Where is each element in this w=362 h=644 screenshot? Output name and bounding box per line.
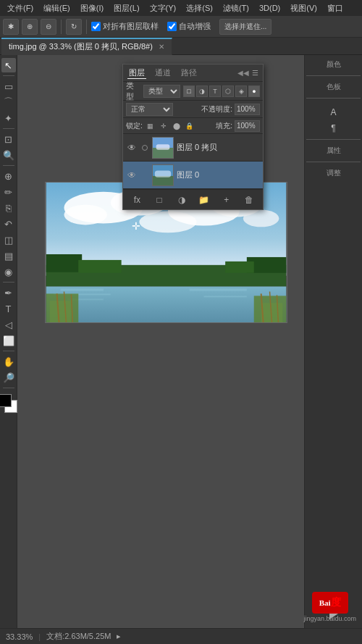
tool-eyedropper[interactable]: 🔍 — [1, 148, 16, 162]
layer-vis-0[interactable]: 👁 — [126, 142, 138, 154]
right-title-swatches[interactable]: 色板 — [306, 80, 361, 93]
lock-label: 锁定: — [126, 121, 143, 131]
toolbar-checkbox-1[interactable]: 对折有图层取样 — [91, 21, 159, 32]
layer-item-1[interactable]: 👁 图层 0 — [123, 162, 263, 189]
layer-link-1 — [140, 171, 149, 180]
right-title-props[interactable]: 属性 — [306, 144, 361, 157]
select-mask-button[interactable]: 选择并遮住... — [219, 19, 272, 35]
tab-main[interactable]: timg.jpg @ 33.3% (图层 0 拷贝, RGB/8#) ✕ — [1, 38, 172, 55]
panel-tab-layers[interactable]: 图层 — [127, 67, 146, 79]
toolbar-btn-3[interactable]: ⊖ — [41, 19, 56, 35]
tool-blur[interactable]: ◉ — [1, 264, 16, 279]
menu-text[interactable]: 文字(Y) — [146, 1, 181, 15]
tool-stamp[interactable]: ⎘ — [1, 201, 16, 215]
menu-window[interactable]: 窗口 — [323, 1, 348, 15]
tool-pen[interactable]: ✒ — [1, 285, 16, 300]
right-title-color[interactable]: 颜色 — [306, 58, 361, 71]
layer-adjust-btn[interactable]: ◑ — [174, 193, 189, 207]
filter-select[interactable]: 类型 — [143, 85, 180, 98]
tool-magic-wand[interactable]: ✦ — [1, 111, 16, 125]
menu-view[interactable]: 视图(V) — [286, 1, 321, 15]
filter-icon-pixel[interactable]: □ — [183, 85, 195, 97]
toolbar-btn-2[interactable]: ⊕ — [22, 19, 38, 35]
toolbar-btn-4[interactable]: ↻ — [66, 19, 82, 35]
status-arrow[interactable]: ▸ — [117, 632, 121, 641]
panel-tab-channels[interactable]: 通道 — [153, 67, 172, 79]
panel-collapse[interactable]: ◀◀ — [237, 69, 249, 77]
lock-icon-all[interactable]: 🔒 — [185, 121, 195, 131]
right-tool-text[interactable]: A — [327, 106, 339, 119]
svg-rect-2 — [156, 144, 170, 149]
filter-icon-smart[interactable]: ◈ — [235, 85, 247, 97]
toolbar-btn-1[interactable]: ✱ — [3, 19, 19, 35]
svg-rect-26 — [50, 301, 72, 322]
filter-label: 类型 — [126, 80, 140, 102]
layer-delete-btn[interactable]: 🗑 — [242, 193, 256, 207]
svg-rect-4 — [153, 175, 173, 185]
menu-layer[interactable]: 图层(L) — [109, 1, 143, 15]
tool-text[interactable]: T — [1, 301, 16, 316]
tool-zoom[interactable]: 🔎 — [1, 370, 16, 385]
tool-sep-1 — [3, 75, 14, 76]
filter-icon-text[interactable]: T — [209, 85, 221, 97]
opacity-input[interactable] — [235, 104, 260, 115]
menu-image[interactable]: 图像(I) — [76, 1, 108, 15]
tool-healing[interactable]: ⊕ — [1, 169, 16, 183]
watermark-text: jingyan.baidu.com — [303, 615, 356, 622]
panel-tab-paths[interactable]: 路径 — [180, 67, 198, 79]
layer-vis-1[interactable]: 👁 — [126, 170, 138, 181]
tool-hand[interactable]: ✋ — [1, 354, 16, 369]
tool-move[interactable]: ↖ — [1, 58, 16, 72]
tool-brush[interactable]: ✏ — [1, 185, 16, 199]
fg-color-swatch[interactable] — [0, 394, 12, 407]
fill-input[interactable] — [235, 120, 260, 132]
tool-marquee[interactable]: ▭ — [1, 79, 16, 93]
right-tool-para[interactable]: ¶ — [328, 122, 338, 135]
tab-close[interactable]: ✕ — [159, 43, 164, 51]
layers-panel: 图层 通道 路径 ◀◀ ☰ 类型 类型 □ ◑ T — [122, 64, 264, 210]
layer-mask-btn[interactable]: □ — [152, 193, 167, 207]
layer-group-btn[interactable]: 📁 — [197, 193, 211, 207]
tool-eraser[interactable]: ◫ — [1, 233, 16, 247]
tool-path-select[interactable]: ◁ — [1, 317, 16, 332]
svg-rect-16 — [78, 260, 121, 273]
tool-sep-5 — [3, 351, 14, 351]
tool-gradient[interactable]: ▤ — [1, 248, 16, 263]
lock-icon-move[interactable]: ✛ — [159, 121, 169, 131]
panel-menu[interactable]: ☰ — [252, 69, 258, 77]
tool-crop[interactable]: ⊡ — [1, 132, 16, 146]
filter-icon-on[interactable]: ● — [248, 85, 260, 97]
menu-select[interactable]: 选择(S) — [182, 1, 217, 15]
checkbox-auto-enhance[interactable] — [167, 22, 177, 31]
tool-sep-2 — [3, 128, 14, 129]
menu-3d[interactable]: 3D(D) — [255, 2, 285, 14]
right-sep-2 — [306, 98, 361, 99]
text-icon: A — [330, 107, 336, 117]
tool-lasso[interactable]: ⌒ — [1, 95, 16, 109]
tab-bar: timg.jpg @ 33.3% (图层 0 拷贝, RGB/8#) ✕ — [0, 38, 362, 55]
checkbox-layers[interactable] — [91, 22, 101, 31]
layer-name-0: 图层 0 拷贝 — [177, 142, 260, 153]
lock-icon-art[interactable]: ⬤ — [172, 121, 182, 131]
toolbar-checkbox-2[interactable]: 自动增强 — [167, 21, 211, 32]
layer-new-btn[interactable]: + — [219, 193, 234, 207]
canvas-area: 图层 通道 路径 ◀◀ ☰ 类型 类型 □ ◑ T — [17, 55, 304, 628]
lock-icon-checkered[interactable]: ▦ — [146, 121, 156, 131]
right-title-adjust[interactable]: 调整 — [306, 167, 361, 180]
tool-history[interactable]: ↶ — [1, 217, 16, 231]
blend-mode-select[interactable]: 正常 — [126, 103, 173, 116]
layer-fx-btn[interactable]: fx — [130, 193, 144, 207]
layer-item-0[interactable]: 👁 图层 0 拷贝 — [123, 134, 263, 162]
filter-row: 类型 类型 □ ◑ T ⬡ ◈ ● — [123, 82, 263, 101]
menu-file[interactable]: 文件(F) — [3, 1, 38, 15]
svg-rect-23 — [190, 288, 247, 290]
tool-shape[interactable]: ⬜ — [1, 333, 16, 348]
menu-filter[interactable]: 滤镜(T) — [219, 1, 253, 15]
menu-edit[interactable]: 编辑(E) — [39, 1, 75, 15]
zoom-level: 33.33% — [6, 632, 33, 641]
left-tools: ↖ ▭ ⌒ ✦ ⊡ 🔍 ⊕ ✏ ⎘ ↶ ◫ ▤ ◉ ✒ T ◁ ⬜ ✋ 🔎 — [0, 55, 17, 628]
filter-icon-adjustment[interactable]: ◑ — [196, 85, 208, 97]
filter-icon-shape[interactable]: ⬡ — [222, 85, 234, 97]
layer-bottom: fx □ ◑ 📁 + 🗑 — [123, 189, 263, 209]
right-sep-4 — [306, 162, 361, 162]
